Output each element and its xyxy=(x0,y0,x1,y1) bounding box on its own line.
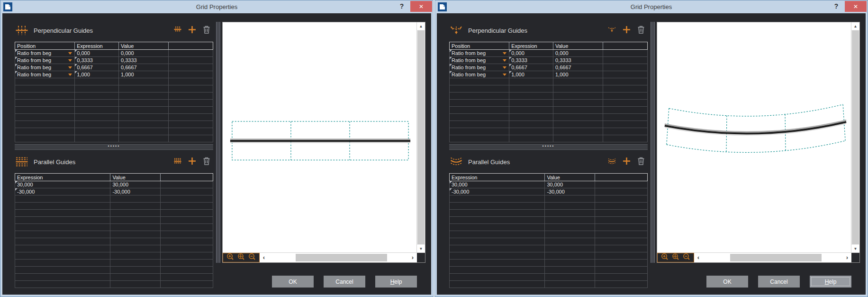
table-cell[interactable] xyxy=(553,107,603,114)
table-cell[interactable] xyxy=(603,100,648,107)
table-cell[interactable]: 30,000 xyxy=(15,181,110,188)
column-header[interactable]: Value xyxy=(118,42,168,50)
table-row[interactable]: Ratio from beg0,66670,6667 xyxy=(15,64,213,71)
table-cell[interactable] xyxy=(118,128,168,135)
table-row[interactable] xyxy=(15,252,213,260)
table-row[interactable] xyxy=(450,135,648,142)
table-cell[interactable] xyxy=(553,114,603,121)
cancel-button[interactable]: Cancel xyxy=(324,276,365,288)
table-row[interactable] xyxy=(15,114,213,121)
table-row[interactable] xyxy=(450,78,648,85)
table-cell[interactable] xyxy=(545,267,595,274)
table-row[interactable] xyxy=(450,274,648,281)
close-button[interactable]: ✕ xyxy=(845,1,867,12)
table-row[interactable] xyxy=(15,93,213,100)
table-cell[interactable] xyxy=(603,64,648,71)
table-row[interactable] xyxy=(450,281,648,288)
table-cell[interactable] xyxy=(160,260,213,267)
table-cell[interactable] xyxy=(160,245,213,252)
table-cell[interactable]: 0,6667 xyxy=(553,64,603,71)
column-header[interactable]: Position xyxy=(15,42,75,50)
table-cell[interactable] xyxy=(15,238,110,245)
table-cell[interactable] xyxy=(160,281,213,288)
table-cell[interactable] xyxy=(509,135,553,142)
horizontal-scrollbar[interactable]: ‹ › xyxy=(260,253,417,262)
table-cell[interactable]: Ratio from beg xyxy=(15,64,75,71)
table-cell[interactable] xyxy=(595,238,647,245)
table-cell[interactable] xyxy=(118,107,168,114)
section-splitter[interactable]: ••••• xyxy=(449,144,648,150)
parallel-guides-table[interactable]: ExpressionValue30,00030,000-30,000-30,00… xyxy=(15,173,213,288)
table-row[interactable] xyxy=(15,135,213,142)
table-cell[interactable] xyxy=(545,224,595,231)
table-cell[interactable] xyxy=(75,78,119,85)
table-cell[interactable] xyxy=(169,85,213,93)
help-button[interactable]: Help xyxy=(375,276,417,288)
table-cell[interactable] xyxy=(603,121,648,128)
table-cell[interactable] xyxy=(75,135,119,142)
table-cell[interactable] xyxy=(160,267,213,274)
column-header[interactable] xyxy=(603,42,648,50)
dropdown-caret-icon[interactable] xyxy=(68,59,72,62)
column-header[interactable]: Expression xyxy=(450,174,545,181)
table-cell[interactable] xyxy=(15,281,110,288)
vertical-scrollbar[interactable]: ▲ ▼ xyxy=(416,22,425,252)
table-cell[interactable] xyxy=(110,203,160,210)
table-cell[interactable] xyxy=(595,203,647,210)
dropdown-caret-icon[interactable] xyxy=(503,52,506,55)
table-cell[interactable] xyxy=(160,274,213,281)
table-cell[interactable] xyxy=(118,93,168,100)
table-cell[interactable] xyxy=(595,210,647,217)
parallel-guide-type-icon[interactable] xyxy=(174,158,181,166)
table-cell[interactable] xyxy=(603,50,648,57)
table-cell[interactable] xyxy=(160,224,213,231)
table-cell[interactable] xyxy=(450,217,545,224)
vertical-scroll-thumb[interactable] xyxy=(852,30,859,244)
table-cell[interactable] xyxy=(15,217,110,224)
table-row[interactable] xyxy=(15,260,213,267)
table-cell[interactable] xyxy=(15,121,75,128)
table-cell[interactable] xyxy=(110,252,160,260)
table-cell[interactable] xyxy=(450,252,545,260)
parallel-guides-table[interactable]: ExpressionValue30,00030,000-30,000-30,00… xyxy=(449,173,648,288)
table-cell[interactable] xyxy=(509,93,553,100)
table-cell[interactable] xyxy=(15,100,75,107)
table-row[interactable] xyxy=(450,107,648,114)
table-row[interactable] xyxy=(450,114,648,121)
table-cell[interactable] xyxy=(160,231,213,238)
table-cell[interactable] xyxy=(595,252,647,260)
table-row[interactable] xyxy=(450,217,648,224)
table-cell[interactable]: -30,000 xyxy=(545,188,595,195)
table-cell[interactable] xyxy=(450,85,509,93)
add-guide-icon[interactable] xyxy=(188,25,197,36)
table-row[interactable]: -30,000-30,000 xyxy=(450,188,648,195)
parallel-guide-type-icon[interactable] xyxy=(608,158,616,167)
table-row[interactable] xyxy=(15,203,213,210)
table-cell[interactable] xyxy=(118,100,168,107)
table-cell[interactable]: 0,000 xyxy=(118,50,168,57)
table-cell[interactable]: 0,000 xyxy=(553,50,603,57)
table-cell[interactable] xyxy=(169,135,213,142)
table-row[interactable] xyxy=(450,100,648,107)
table-row[interactable] xyxy=(450,128,648,135)
table-cell[interactable] xyxy=(553,78,603,85)
table-cell[interactable] xyxy=(118,78,168,85)
table-cell[interactable] xyxy=(75,107,119,114)
table-row[interactable]: Ratio from beg0,33330,3333 xyxy=(15,57,213,64)
table-cell[interactable] xyxy=(15,267,110,274)
table-row[interactable]: Ratio from beg0,0000,000 xyxy=(15,50,213,57)
table-cell[interactable] xyxy=(15,107,75,114)
table-row[interactable] xyxy=(15,107,213,114)
table-cell[interactable] xyxy=(169,114,213,121)
table-cell[interactable] xyxy=(15,245,110,252)
table-cell[interactable] xyxy=(75,93,119,100)
scroll-down-icon[interactable]: ▼ xyxy=(851,245,859,252)
table-cell[interactable] xyxy=(595,224,647,231)
table-cell[interactable] xyxy=(75,100,119,107)
table-cell[interactable] xyxy=(169,128,213,135)
close-button[interactable]: ✕ xyxy=(410,1,432,12)
table-cell[interactable] xyxy=(110,217,160,224)
table-cell[interactable] xyxy=(118,85,168,93)
table-cell[interactable] xyxy=(450,231,545,238)
table-cell[interactable] xyxy=(545,260,595,267)
